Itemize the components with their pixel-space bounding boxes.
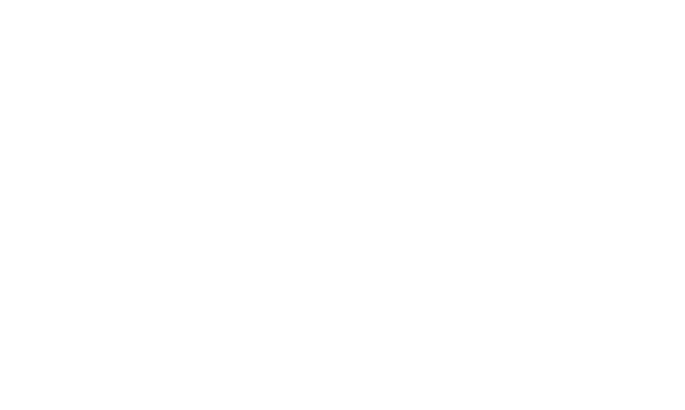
gann-date-spiral-screen: [0, 0, 685, 410]
